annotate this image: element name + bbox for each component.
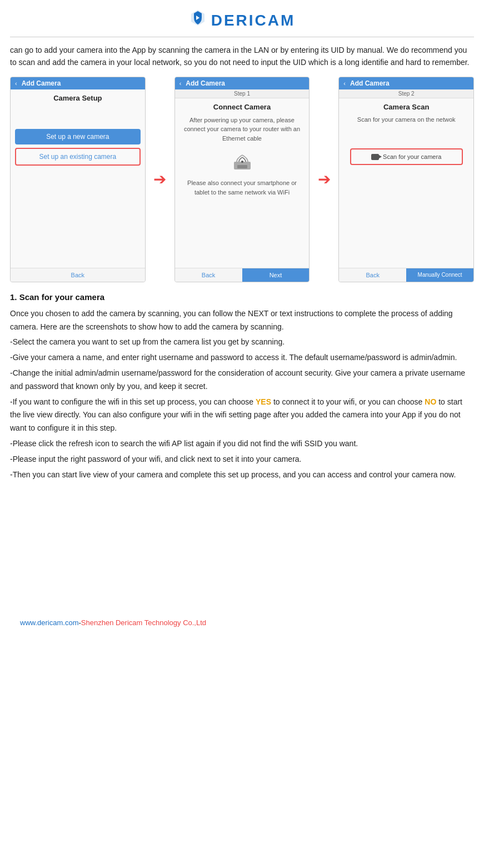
footer-company: Shenzhen Dericam Technology Co.,Ltd [81, 618, 206, 627]
dericam-logo-icon [189, 10, 207, 31]
panel2-connect-text2: Please also connect your smartphone or t… [179, 178, 305, 197]
intro-paragraph: can go to add your camera into the App b… [10, 44, 474, 69]
panel2-back-button[interactable]: Back [175, 268, 242, 282]
header: DERICAM [10, 6, 474, 37]
panel3-back-button[interactable]: Back [339, 268, 406, 282]
wifi-router-icon [228, 152, 256, 173]
panel1-subtitle: Camera Setup [53, 94, 102, 102]
body-para-5: -Please click the refresh icon to search… [10, 437, 474, 451]
panel-camera-scan: ‹ Add Camera Step 2 Camera Scan Scan for… [338, 77, 474, 282]
no-word: NO [425, 397, 436, 406]
body-para-3: -Change the initial admin/admin username… [10, 367, 474, 393]
arrow1: ➔ [150, 77, 170, 282]
panel3-scan-text: Scan for your camera on the netwok [357, 116, 456, 124]
footer-website: www.dericam.com [20, 618, 78, 627]
footer: www.dericam.com-Shenzhen Dericam Technol… [20, 618, 206, 627]
svg-point-2 [241, 161, 243, 163]
panel3-step: Step 2 [339, 89, 473, 98]
panel2-next-button[interactable]: Next [242, 268, 310, 282]
panel3-subtitle: Camera Scan [383, 103, 429, 111]
body-para-7: -Then you can start live view of your ca… [10, 468, 474, 482]
body-para-6: -Please input the right password of your… [10, 453, 474, 466]
panel3-back-icon: ‹ [343, 80, 346, 87]
body-para-0: Once you chosen to add the camera by sca… [10, 307, 474, 334]
panel1-content: Camera Setup Set up a new camera Set up … [11, 89, 145, 268]
panel2-connect-text1: After powering up your camera, please co… [179, 116, 305, 143]
panel2-content: Connect Camera After powering up your ca… [175, 98, 310, 268]
panel1-topbar: ‹ Add Camera [11, 77, 145, 89]
setup-new-camera-button[interactable]: Set up a new camera [15, 129, 141, 144]
svg-rect-1 [237, 165, 247, 168]
panel2-topbar: ‹ Add Camera [175, 77, 310, 89]
arrow2: ➔ [314, 77, 334, 282]
panel2-subtitle: Connect Camera [213, 103, 271, 111]
manually-connect-button[interactable]: Manually Connect [406, 268, 473, 282]
panel1-back-icon: ‹ [15, 80, 17, 87]
body-para-2: -Give your camera a name, and enter righ… [10, 351, 474, 365]
panel3-topbar: ‹ Add Camera [339, 77, 473, 89]
panel3-content: Camera Scan Scan for your camera on the … [339, 98, 473, 268]
panel2-back-icon: ‹ [179, 80, 182, 87]
panel2-bottombar: Back Next [175, 268, 310, 282]
scan-btn-label: Scan for your camera [383, 153, 441, 160]
panel-connect-camera: ‹ Add Camera Step 1 Connect Camera After… [174, 77, 310, 282]
panel3-title: Add Camera [350, 79, 390, 87]
panel1-back-button[interactable]: Back [11, 268, 145, 282]
body-para-1: -Select the camera you want to set up fr… [10, 336, 474, 349]
panel2-step: Step 1 [175, 89, 310, 98]
panel-camera-setup: ‹ Add Camera Camera Setup Set up a new c… [10, 77, 146, 282]
panel1-title: Add Camera [22, 79, 61, 87]
panel2-title: Add Camera [186, 79, 225, 87]
scan-for-camera-button[interactable]: Scan for your camera [350, 148, 463, 165]
panel3-bottombar: Back Manually Connect [339, 268, 473, 282]
section-heading: 1. Scan for your camera [10, 292, 474, 302]
yes-word: YES [256, 397, 271, 406]
screenshots-row: ‹ Add Camera Camera Setup Set up a new c… [10, 77, 474, 282]
setup-existing-camera-button[interactable]: Set up an existing camera [15, 148, 141, 166]
body-para-4: -If you want to configure the wifi in th… [10, 396, 474, 435]
camera-icon [371, 154, 379, 160]
panel1-bottombar: Back [11, 268, 145, 282]
logo-text: DERICAM [211, 12, 296, 29]
